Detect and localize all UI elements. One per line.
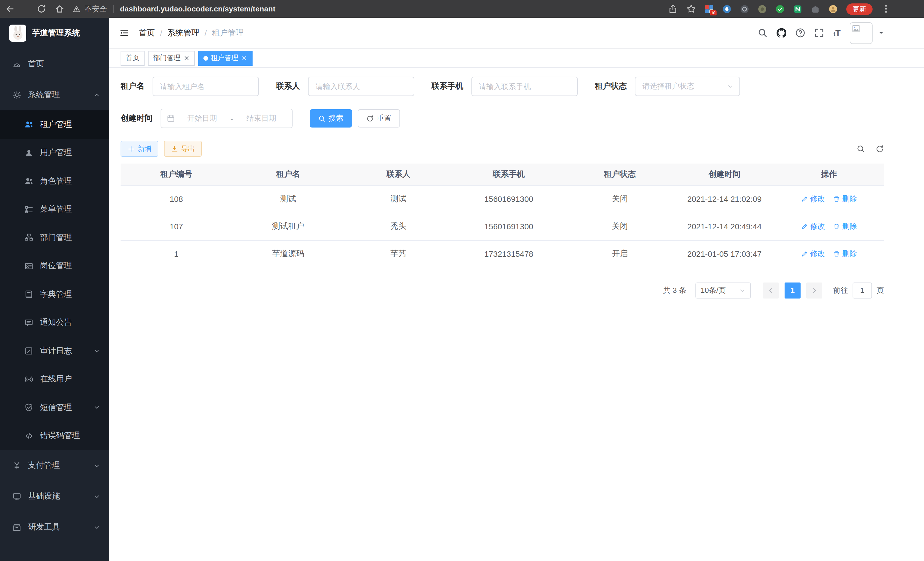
page-size-select[interactable]: 10条/页 xyxy=(695,282,751,298)
browser-actions: 10 更新 xyxy=(668,3,891,15)
page-number-button[interactable]: 1 xyxy=(784,282,801,298)
close-icon[interactable] xyxy=(241,55,248,61)
sidebar-item-infrastructure[interactable]: 基础设施 xyxy=(0,481,109,512)
sidebar-item-devtools[interactable]: 研发工具 xyxy=(0,512,109,543)
back-icon[interactable] xyxy=(5,4,15,14)
sidebar-item-label: 基础设施 xyxy=(28,491,60,502)
tab-home[interactable]: 首页 xyxy=(121,51,145,65)
app-logo[interactable]: 芋道管理系统 xyxy=(0,18,109,49)
phone-label: 联系手机 xyxy=(431,81,464,92)
sidebar-item-home[interactable]: 首页 xyxy=(0,49,109,80)
date-range-picker[interactable]: 开始日期 - 结束日期 xyxy=(160,109,292,128)
extension-icon[interactable] xyxy=(776,4,784,14)
sidebar-item-dict[interactable]: 字典管理 xyxy=(0,280,109,308)
status-select[interactable]: 请选择租户状态 xyxy=(635,77,740,96)
extension-icon[interactable] xyxy=(758,4,767,14)
sidebar-item-menu[interactable]: 菜单管理 xyxy=(0,195,109,224)
next-page-button[interactable] xyxy=(806,282,822,298)
profile-avatar-icon[interactable] xyxy=(829,4,838,14)
breadcrumb-system[interactable]: 系统管理 xyxy=(167,28,200,38)
sidebar-item-payment[interactable]: 支付管理 xyxy=(0,450,109,481)
tab-label: 部门管理 xyxy=(153,53,181,63)
add-button[interactable]: 新增 xyxy=(121,141,158,157)
prev-page-button[interactable] xyxy=(763,282,779,298)
date-start-placeholder[interactable]: 开始日期 xyxy=(177,113,227,123)
sidebar-item-system[interactable]: 系统管理 xyxy=(0,80,109,110)
extension-icon[interactable] xyxy=(722,4,731,14)
gear-icon xyxy=(13,91,21,99)
delete-link[interactable]: 删除 xyxy=(833,249,857,259)
edit-link[interactable]: 修改 xyxy=(801,194,825,204)
sidebar-item-tenant[interactable]: 租户管理 xyxy=(0,110,109,139)
delete-link[interactable]: 删除 xyxy=(833,194,857,204)
search-button[interactable]: 搜索 xyxy=(310,109,352,128)
sidebar-item-sms[interactable]: 短信管理 xyxy=(0,393,109,422)
reload-icon[interactable] xyxy=(37,4,46,14)
contact-input[interactable] xyxy=(308,77,414,96)
fullscreen-icon[interactable] xyxy=(814,28,824,38)
home-icon[interactable] xyxy=(55,4,64,14)
github-icon[interactable] xyxy=(777,28,787,38)
tab-dept[interactable]: 部门管理 xyxy=(148,51,195,65)
tenant-name-input[interactable] xyxy=(153,77,259,96)
goto-page-input[interactable] xyxy=(853,282,872,298)
adblock-extension-icon[interactable]: 10 xyxy=(705,4,714,14)
browser-update-button[interactable]: 更新 xyxy=(846,3,873,15)
table-row: 107 测试租户 秃头 15601691300 关闭 2021-12-14 20… xyxy=(121,213,884,240)
browser-chrome: 不安全 dashboard.yudao.iocoder.cn/system/te… xyxy=(0,0,924,18)
sidebar: 芋道管理系统 首页 系统管理 租户管理 xyxy=(0,18,109,561)
sidebar-collapse-icon[interactable] xyxy=(119,28,129,38)
sidebar-item-user[interactable]: 用户管理 xyxy=(0,139,109,167)
toggle-search-icon[interactable] xyxy=(856,144,865,153)
calendar-icon xyxy=(167,114,175,122)
sidebar-item-notice[interactable]: 通知公告 xyxy=(0,308,109,337)
delete-link[interactable]: 删除 xyxy=(833,221,857,232)
sidebar-item-post[interactable]: 岗位管理 xyxy=(0,252,109,280)
search-form-row-2: 创建时间 开始日期 - 结束日期 搜索 重置 xyxy=(121,109,884,128)
cell-status: 关闭 xyxy=(565,213,675,240)
sidebar-item-label: 租户管理 xyxy=(40,120,72,130)
tab-tenant[interactable]: 租户管理 xyxy=(198,51,253,65)
export-button[interactable]: 导出 xyxy=(164,141,202,157)
status-label: 租户状态 xyxy=(595,81,627,92)
address-bar[interactable]: 不安全 dashboard.yudao.iocoder.cn/system/te… xyxy=(73,4,275,14)
bookmark-star-icon[interactable] xyxy=(686,4,696,14)
extension-icon[interactable] xyxy=(793,4,802,14)
delete-icon xyxy=(833,250,840,257)
close-icon[interactable] xyxy=(183,55,190,61)
search-icon[interactable] xyxy=(758,28,768,38)
extension-icon[interactable] xyxy=(740,4,749,14)
sidebar-item-label: 岗位管理 xyxy=(40,261,72,271)
edit-icon xyxy=(801,196,808,202)
url-text: dashboard.yudao.iocoder.cn/system/tenant xyxy=(120,5,275,13)
search-form-row-1: 租户名 联系人 联系手机 租户状态 请选择租户状态 xyxy=(121,77,884,96)
help-icon[interactable] xyxy=(796,28,806,38)
avatar[interactable] xyxy=(850,22,873,44)
phone-input[interactable] xyxy=(471,77,578,96)
sidebar-item-online-users[interactable]: 在线用户 xyxy=(0,365,109,393)
sidebar-item-dept[interactable]: 部门管理 xyxy=(0,224,109,252)
edit-link[interactable]: 修改 xyxy=(801,249,825,259)
puzzle-extension-icon[interactable] xyxy=(811,4,820,14)
sidebar-item-audit-log[interactable]: 审计日志 xyxy=(0,337,109,365)
browser-menu-icon[interactable] xyxy=(881,4,891,14)
delete-icon xyxy=(833,223,840,230)
post-badge-icon xyxy=(25,262,33,271)
reset-button[interactable]: 重置 xyxy=(358,109,400,128)
export-button-label: 导出 xyxy=(181,144,195,153)
caret-down-icon[interactable] xyxy=(878,30,884,36)
share-icon[interactable] xyxy=(668,4,678,14)
sidebar-item-error-code[interactable]: 错误码管理 xyxy=(0,422,109,450)
status-placeholder: 请选择租户状态 xyxy=(642,81,694,92)
font-size-icon[interactable]: tT xyxy=(833,29,841,37)
sidebar-item-role[interactable]: 角色管理 xyxy=(0,167,109,195)
column-header: 创建时间 xyxy=(675,164,774,185)
breadcrumb-separator: / xyxy=(205,28,207,38)
delete-icon xyxy=(833,196,840,202)
date-end-placeholder[interactable]: 结束日期 xyxy=(236,113,286,123)
refresh-table-icon[interactable] xyxy=(875,144,884,153)
breadcrumb-separator: / xyxy=(160,28,162,38)
cell-phone: 15601691300 xyxy=(453,213,565,240)
edit-link[interactable]: 修改 xyxy=(801,221,825,232)
breadcrumb-home[interactable]: 首页 xyxy=(139,28,155,38)
